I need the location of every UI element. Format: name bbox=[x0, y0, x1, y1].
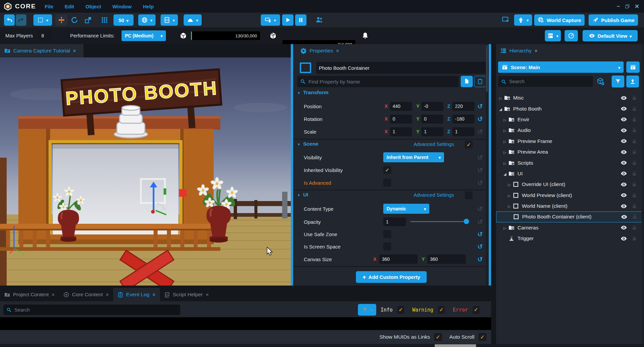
reset-position-icon[interactable] bbox=[476, 102, 484, 110]
lock-icon[interactable] bbox=[631, 203, 637, 209]
hierarchy-item-trigger[interactable]: Trigger bbox=[496, 233, 644, 244]
scale-z-input[interactable]: 1 bbox=[452, 127, 474, 136]
event-log-search-box[interactable]: Search bbox=[3, 305, 180, 315]
scale-y-input[interactable]: 1 bbox=[421, 127, 443, 136]
auto-scroll-checkbox[interactable] bbox=[478, 333, 486, 341]
lock-icon[interactable] bbox=[631, 192, 637, 198]
rotation-z-input[interactable]: -180 bbox=[452, 115, 474, 124]
scale-tool-button[interactable] bbox=[84, 16, 92, 24]
properties-hierarchy-splitter[interactable] bbox=[489, 44, 491, 286]
hierarchy-item-cameras[interactable]: Cameras bbox=[496, 222, 644, 233]
add-custom-property-button[interactable]: +Add Custom Property bbox=[356, 271, 427, 283]
multiplayer-preview-dropdown[interactable] bbox=[261, 14, 280, 26]
hierarchy-tab-close-icon[interactable] bbox=[534, 48, 538, 53]
scene-manager-button[interactable] bbox=[626, 61, 640, 73]
hierarchy-item-envir[interactable]: Envir bbox=[496, 114, 644, 125]
tab-script-helper[interactable]: Script Helper bbox=[160, 288, 213, 301]
opacity-input[interactable]: 1 bbox=[383, 217, 406, 226]
collapse-arrow-icon[interactable] bbox=[499, 106, 502, 112]
hierarchy-item-photo-booth[interactable]: Photo Booth bbox=[496, 103, 644, 114]
hierarchy-search-box[interactable]: Search bbox=[498, 76, 593, 87]
play-button[interactable] bbox=[282, 14, 293, 26]
position-y-input[interactable]: -0 bbox=[421, 102, 443, 111]
scene-section-header[interactable]: Scene bbox=[297, 141, 318, 147]
canvas-size-y-input[interactable]: 360 bbox=[427, 254, 466, 264]
log-filter-checkbox-warning[interactable] bbox=[438, 306, 445, 314]
tab-close-icon[interactable] bbox=[105, 292, 109, 297]
hierarchy-tab[interactable]: Hierarchy bbox=[496, 44, 543, 57]
snap-grid-button[interactable] bbox=[101, 16, 108, 24]
hierarchy-scrollbar[interactable] bbox=[642, 44, 644, 347]
visibility-eye-icon[interactable] bbox=[620, 95, 627, 102]
max-players-input[interactable]: 8 bbox=[39, 31, 52, 41]
hierarchy-export-button[interactable] bbox=[626, 75, 639, 88]
show-muids-checkbox[interactable] bbox=[434, 333, 442, 341]
lock-icon[interactable] bbox=[632, 214, 638, 220]
multiplayer-players-icon[interactable] bbox=[315, 16, 324, 24]
hierarchy-item-world-name-client[interactable]: World Name (client) bbox=[496, 201, 644, 211]
menu-edit[interactable]: Edit bbox=[65, 4, 74, 9]
tab-event-log[interactable]: Event Log bbox=[113, 288, 160, 301]
expand-arrow-icon[interactable] bbox=[508, 203, 510, 209]
visibility-eye-icon[interactable] bbox=[620, 116, 627, 123]
redo-button[interactable] bbox=[16, 14, 26, 26]
property-search-box[interactable]: Find Property by Name bbox=[297, 76, 459, 87]
selection-mode-dropdown[interactable] bbox=[33, 14, 52, 26]
properties-scrollbar[interactable] bbox=[486, 44, 488, 286]
opacity-slider-track[interactable] bbox=[410, 221, 466, 222]
menu-file[interactable]: File bbox=[45, 4, 53, 9]
grid-size-dropdown[interactable]: 50 bbox=[114, 14, 134, 26]
visibility-eye-icon[interactable] bbox=[620, 138, 627, 145]
expand-arrow-icon[interactable] bbox=[499, 95, 502, 101]
expand-arrow-icon[interactable] bbox=[503, 117, 506, 123]
scene-advanced-settings-checkbox[interactable] bbox=[465, 141, 473, 149]
visibility-eye-icon[interactable] bbox=[620, 203, 627, 210]
position-x-input[interactable]: 440 bbox=[390, 102, 412, 111]
tab-project-content[interactable]: Project Content bbox=[0, 288, 59, 301]
use-safe-zone-checkbox[interactable] bbox=[383, 230, 391, 238]
screen-share-icon[interactable] bbox=[501, 16, 510, 24]
visibility-eye-icon[interactable] bbox=[620, 127, 627, 134]
content-type-dropdown[interactable]: Dynamic bbox=[383, 204, 429, 214]
hierarchy-item-photo-booth-container-client[interactable]: Photo Booth Container (client) bbox=[496, 211, 644, 222]
visibility-eye-icon[interactable] bbox=[620, 224, 627, 231]
move-tool-button[interactable] bbox=[55, 14, 67, 26]
expand-arrow-icon[interactable] bbox=[503, 138, 506, 144]
expand-arrow-icon[interactable] bbox=[503, 127, 506, 133]
visibility-eye-icon[interactable] bbox=[620, 159, 627, 166]
script-dropdown[interactable] bbox=[161, 14, 178, 26]
scale-x-input[interactable]: 1 bbox=[390, 127, 412, 136]
is-screen-space-checkbox[interactable] bbox=[383, 242, 391, 250]
hierarchy-item-preview-frame[interactable]: Preview Frame bbox=[496, 136, 644, 147]
bot-dropdown[interactable] bbox=[514, 14, 532, 26]
scene-selector-dropdown[interactable]: Scene: Main bbox=[498, 61, 624, 73]
lock-icon[interactable] bbox=[631, 95, 637, 101]
menu-help[interactable]: Help bbox=[143, 4, 154, 9]
visibility-eye-icon[interactable] bbox=[620, 235, 627, 242]
reset-canvas-size-icon[interactable] bbox=[476, 255, 484, 263]
lock-icon[interactable] bbox=[631, 181, 637, 187]
visibility-eye-icon[interactable] bbox=[621, 213, 628, 220]
log-filter-dropdown[interactable] bbox=[358, 304, 376, 316]
menu-object[interactable]: Object bbox=[85, 4, 101, 9]
hierarchy-item-scripts[interactable]: Scripts bbox=[496, 157, 644, 168]
collapse-arrow-icon[interactable] bbox=[503, 171, 506, 177]
tab-core-content[interactable]: Core Content bbox=[59, 288, 113, 301]
rotation-x-input[interactable]: 0 bbox=[390, 115, 412, 124]
inherited-visibility-checkbox[interactable] bbox=[383, 166, 391, 174]
world-capture-button[interactable]: World Capture bbox=[534, 14, 585, 26]
publish-game-button[interactable]: Publish Game bbox=[589, 14, 638, 26]
lock-icon[interactable] bbox=[631, 235, 637, 241]
undo-button[interactable] bbox=[4, 14, 15, 26]
ui-section-header[interactable]: UI bbox=[297, 192, 308, 198]
visibility-dropdown[interactable]: Inherit from Parent bbox=[383, 152, 444, 162]
viewport-3d-scene[interactable]: PHOTO BOOTH bbox=[0, 57, 291, 286]
performance-limits-dropdown[interactable]: PC (Medium) bbox=[122, 30, 166, 41]
expand-arrow-icon[interactable] bbox=[508, 192, 510, 198]
visibility-eye-icon[interactable] bbox=[620, 181, 627, 188]
expand-arrow-icon[interactable] bbox=[503, 149, 506, 155]
copy-properties-button[interactable] bbox=[461, 76, 473, 87]
tab-close-icon[interactable] bbox=[51, 292, 55, 297]
default-view-dropdown[interactable]: Default View bbox=[583, 30, 638, 41]
lock-icon[interactable] bbox=[631, 106, 637, 112]
